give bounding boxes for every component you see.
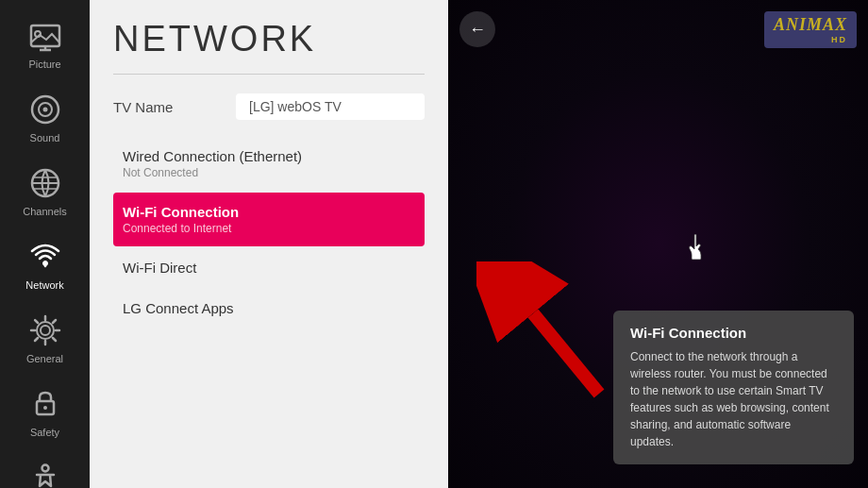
wifi-connection-item[interactable]: Wi-Fi Connection Connected to Internet <box>113 193 425 246</box>
tv-name-row: TV Name [LG] webOS TV <box>113 93 425 120</box>
wifi-connection-title: Wi-Fi Connection <box>123 204 415 220</box>
svg-point-12 <box>41 326 50 335</box>
wifi-connection-subtitle: Connected to Internet <box>123 222 415 235</box>
sidebar-item-safety[interactable]: Safety <box>3 376 88 447</box>
tv-name-label: TV Name <box>113 99 236 115</box>
sidebar-item-channels[interactable]: Channels <box>3 155 88 227</box>
back-button[interactable]: ← <box>459 11 495 47</box>
divider <box>113 74 425 75</box>
channels-icon <box>26 164 64 202</box>
tv-preview: ← ANIMAX HD Wi-Fi Connection Connect to … <box>448 0 868 488</box>
network-icon <box>26 238 64 276</box>
sidebar-item-sound-label: Sound <box>30 132 60 143</box>
wired-connection-title: Wired Connection (Ethernet) <box>123 148 415 164</box>
network-settings-panel: NETWORK TV Name [LG] webOS TV Wired Conn… <box>90 0 448 488</box>
svg-point-16 <box>42 465 48 472</box>
page-title: NETWORK <box>113 19 425 59</box>
info-box-title: Wi-Fi Connection <box>630 325 837 341</box>
animax-hd: HD <box>831 35 847 44</box>
accessibility-icon <box>26 459 64 488</box>
wired-connection-item[interactable]: Wired Connection (Ethernet) Not Connecte… <box>113 137 425 191</box>
info-box: Wi-Fi Connection Connect to the network … <box>613 311 854 464</box>
svg-point-13 <box>37 322 54 339</box>
sidebar-item-accessibility[interactable]: Accessibility <box>3 449 88 488</box>
lg-connect-item[interactable]: LG Connect Apps <box>113 289 425 328</box>
sidebar-item-picture-label: Picture <box>28 59 60 70</box>
sound-icon <box>26 91 64 128</box>
sidebar-item-general[interactable]: General <box>3 302 88 374</box>
svg-point-11 <box>42 261 47 266</box>
wifi-direct-item[interactable]: Wi-Fi Direct <box>113 248 425 287</box>
sidebar-item-network-label: Network <box>25 279 63 291</box>
svg-point-6 <box>42 108 47 112</box>
picture-icon <box>26 17 64 55</box>
animax-logo: ANIMAX HD <box>764 11 857 48</box>
general-icon <box>26 311 64 349</box>
animax-text: ANIMAX <box>774 15 847 35</box>
sidebar-item-network[interactable]: Network <box>3 228 88 300</box>
sidebar-item-picture[interactable]: Picture <box>3 8 88 79</box>
sidebar-item-safety-label: Safety <box>30 427 59 438</box>
lg-connect-title: LG Connect Apps <box>123 300 415 316</box>
wifi-direct-title: Wi-Fi Direct <box>123 260 415 276</box>
info-box-text: Connect to the network through a wireles… <box>630 348 837 450</box>
sidebar-item-sound[interactable]: Sound <box>3 81 88 153</box>
tv-name-value[interactable]: [LG] webOS TV <box>236 93 425 120</box>
safety-icon <box>26 385 64 423</box>
svg-point-15 <box>43 406 47 410</box>
wired-connection-subtitle: Not Connected <box>123 166 415 179</box>
sidebar-item-general-label: General <box>26 353 63 364</box>
sidebar-item-channels-label: Channels <box>23 206 66 217</box>
sidebar: Picture Sound Channels <box>0 0 90 488</box>
